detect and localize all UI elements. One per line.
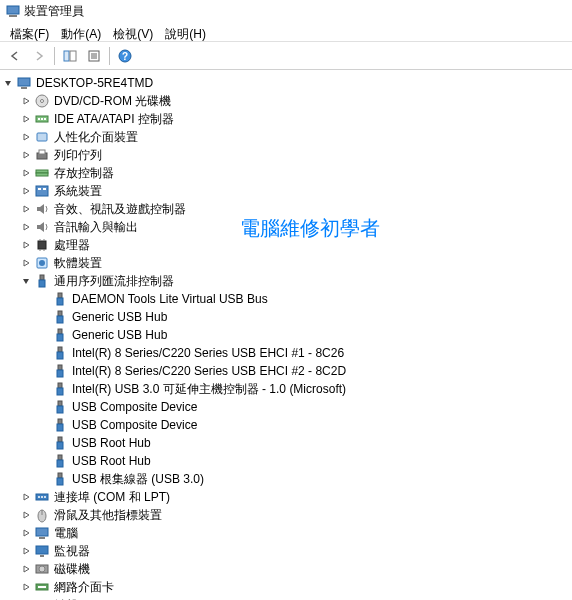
category-label: 音訊輸入與輸出	[54, 219, 138, 236]
expander-icon[interactable]	[20, 239, 32, 251]
category-label: 電腦	[54, 525, 78, 542]
tree-device[interactable]: USB Root Hub	[2, 434, 570, 452]
tree-device[interactable]: Generic USB Hub	[2, 326, 570, 344]
titlebar: 裝置管理員	[0, 0, 572, 22]
tree-category[interactable]: 電腦	[2, 524, 570, 542]
expander-icon[interactable]	[20, 563, 32, 575]
tree-category[interactable]: 列印佇列	[2, 146, 570, 164]
tree-category[interactable]: DVD/CD-ROM 光碟機	[2, 92, 570, 110]
tree-category[interactable]: 系統裝置	[2, 182, 570, 200]
tree-category[interactable]: 存放控制器	[2, 164, 570, 182]
expander-icon[interactable]	[20, 581, 32, 593]
usb-icon	[52, 399, 68, 415]
app-icon	[6, 4, 20, 18]
tree-device[interactable]: Intel(R) USB 3.0 可延伸主機控制器 - 1.0 (Microso…	[2, 380, 570, 398]
tree-device[interactable]: USB Composite Device	[2, 398, 570, 416]
expander-icon[interactable]	[20, 113, 32, 125]
expander-icon[interactable]	[20, 545, 32, 557]
svg-rect-43	[58, 365, 62, 370]
category-label: 存放控制器	[54, 165, 114, 182]
category-label: 鍵盤	[54, 597, 78, 601]
usb-icon	[52, 471, 68, 487]
svg-rect-16	[41, 118, 43, 120]
category-label: 音效、視訊及遊戲控制器	[54, 201, 186, 218]
expander-icon[interactable]	[20, 149, 32, 161]
tree-category[interactable]: 人性化介面裝置	[2, 128, 570, 146]
tree-category[interactable]: 磁碟機	[2, 560, 570, 578]
menu-help[interactable]: 說明(H)	[159, 24, 212, 39]
tree-category[interactable]: 監視器	[2, 542, 570, 560]
tree-device[interactable]: Intel(R) 8 Series/C220 Series USB EHCI #…	[2, 362, 570, 380]
expander-icon[interactable]	[20, 167, 32, 179]
expander-icon[interactable]	[20, 527, 32, 539]
menu-action[interactable]: 動作(A)	[55, 24, 107, 39]
tree-category[interactable]: 音訊輸入與輸出	[2, 218, 570, 236]
storage-icon	[34, 165, 50, 181]
tree-category[interactable]: 連接埠 (COM 和 LPT)	[2, 488, 570, 506]
tree-category[interactable]: 音效、視訊及遊戲控制器	[2, 200, 570, 218]
disk-icon	[34, 561, 50, 577]
svg-rect-11	[21, 87, 27, 89]
svg-rect-49	[58, 419, 62, 424]
tree-device[interactable]: USB Root Hub	[2, 452, 570, 470]
tree-category[interactable]: 網路介面卡	[2, 578, 570, 596]
svg-point-32	[39, 260, 45, 266]
tree-category[interactable]: 處理器	[2, 236, 570, 254]
expander-icon[interactable]	[20, 509, 32, 521]
tree-device[interactable]: Generic USB Hub	[2, 308, 570, 326]
tree-category[interactable]: IDE ATA/ATAPI 控制器	[2, 110, 570, 128]
svg-rect-54	[57, 460, 63, 467]
expander-icon[interactable]	[20, 275, 32, 287]
expander-icon[interactable]	[20, 257, 32, 269]
device-tree[interactable]: 電腦維修初學者 DESKTOP-5RE4TMDDVD/CD-ROM 光碟機IDE…	[0, 70, 572, 600]
device-label: USB Composite Device	[72, 418, 197, 432]
usb-icon	[52, 291, 68, 307]
monitor-icon	[34, 543, 50, 559]
usb-icon	[52, 417, 68, 433]
back-button[interactable]	[4, 45, 26, 67]
svg-rect-37	[58, 311, 62, 316]
svg-rect-17	[44, 118, 46, 120]
computer-icon	[16, 75, 32, 91]
tree-category[interactable]: 通用序列匯流排控制器	[2, 272, 570, 290]
show-hide-console-button[interactable]	[59, 45, 81, 67]
tree-device[interactable]: Intel(R) 8 Series/C220 Series USB EHCI #…	[2, 344, 570, 362]
expander-icon[interactable]	[20, 131, 32, 143]
expander-icon[interactable]	[20, 203, 32, 215]
device-label: Intel(R) 8 Series/C220 Series USB EHCI #…	[72, 364, 346, 378]
svg-rect-46	[57, 388, 63, 395]
properties-button[interactable]	[83, 45, 105, 67]
category-label: 處理器	[54, 237, 90, 254]
svg-point-13	[41, 100, 44, 103]
help-button[interactable]: ?	[114, 45, 136, 67]
window-title: 裝置管理員	[24, 3, 84, 20]
svg-rect-35	[58, 293, 62, 298]
tree-device[interactable]: USB Composite Device	[2, 416, 570, 434]
ide-icon	[34, 111, 50, 127]
tree-device[interactable]: DAEMON Tools Lite Virtual USB Bus	[2, 290, 570, 308]
expander-icon[interactable]	[20, 491, 32, 503]
expander-icon[interactable]	[2, 77, 14, 89]
svg-rect-22	[36, 173, 48, 176]
disc-icon	[34, 93, 50, 109]
tree-device[interactable]: USB 根集線器 (USB 3.0)	[2, 470, 570, 488]
expander-icon[interactable]	[20, 95, 32, 107]
svg-rect-66	[40, 555, 44, 557]
expander-icon[interactable]	[20, 185, 32, 197]
device-label: USB 根集線器 (USB 3.0)	[72, 471, 204, 488]
usb-icon	[52, 345, 68, 361]
menu-file[interactable]: 檔案(F)	[4, 24, 55, 39]
network-icon	[34, 579, 50, 595]
tree-category[interactable]: 滑鼠及其他指標裝置	[2, 506, 570, 524]
usb-icon	[52, 381, 68, 397]
menu-view[interactable]: 檢視(V)	[107, 24, 159, 39]
tree-category[interactable]: 鍵盤	[2, 596, 570, 600]
forward-button[interactable]	[28, 45, 50, 67]
tree-category[interactable]: 軟體裝置	[2, 254, 570, 272]
device-label: USB Root Hub	[72, 454, 151, 468]
device-label: Intel(R) USB 3.0 可延伸主機控制器 - 1.0 (Microso…	[72, 381, 346, 398]
tree-node-root[interactable]: DESKTOP-5RE4TMD	[2, 74, 570, 92]
svg-point-58	[38, 496, 40, 498]
expander-icon[interactable]	[20, 221, 32, 233]
svg-rect-39	[58, 329, 62, 334]
